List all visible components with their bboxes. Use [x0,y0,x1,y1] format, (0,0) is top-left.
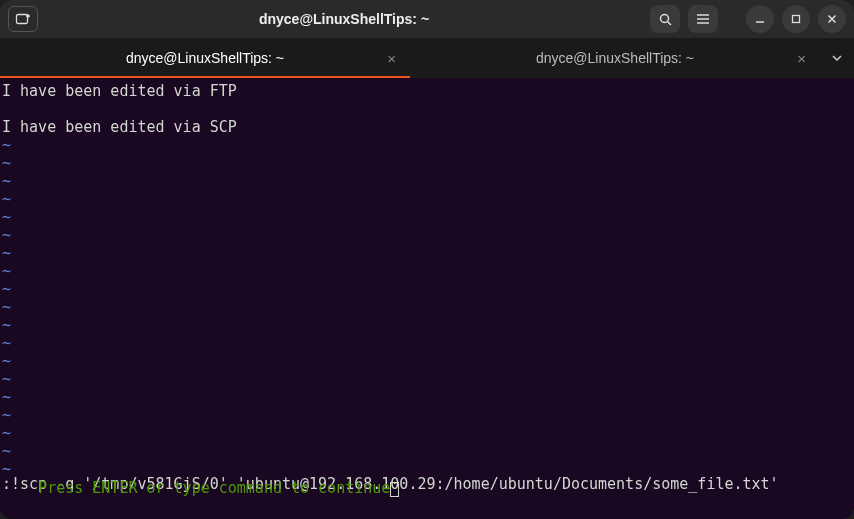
vim-empty-line-tilde: ~ [2,406,852,424]
tab-close-button[interactable]: × [797,51,806,66]
vim-empty-line-tilde: ~ [2,280,852,298]
terminal-viewport[interactable]: I have been edited via FTP I have been e… [0,78,854,519]
vim-empty-line-tilde: ~ [2,244,852,262]
vim-empty-line-tilde: ~ [2,136,852,154]
titlebar-left [8,6,38,32]
vim-status-line: Press ENTER or type command to continue [2,461,399,515]
vim-empty-line-tilde: ~ [2,298,852,316]
vim-empty-line-tilde: ~ [2,424,852,442]
terminal-content: I have been edited via FTP I have been e… [2,82,852,478]
svg-line-4 [667,21,671,25]
search-button[interactable] [650,5,680,33]
file-line [2,100,852,118]
vim-empty-line-tilde: ~ [2,172,852,190]
titlebar-right [650,5,846,33]
file-line: I have been edited via SCP [2,118,852,136]
vim-empty-line-tilde: ~ [2,334,852,352]
terminal-tab-1[interactable]: dnyce@LinuxShellTips: ~ × [0,38,410,78]
svg-rect-0 [17,15,28,24]
status-text: Press ENTER or type command to continue [38,479,390,497]
vim-empty-line-tilde: ~ [2,316,852,334]
vim-empty-line-tilde: ~ [2,226,852,244]
tab-label: dnyce@LinuxShellTips: ~ [126,50,284,66]
close-button[interactable] [818,5,846,33]
svg-rect-9 [793,16,800,23]
minimize-icon [754,13,766,25]
maximize-icon [790,13,802,25]
tab-bar: dnyce@LinuxShellTips: ~ × dnyce@LinuxShe… [0,38,854,78]
maximize-button[interactable] [782,5,810,33]
minimize-button[interactable] [746,5,774,33]
svg-point-3 [660,14,668,22]
tab-label: dnyce@LinuxShellTips: ~ [536,50,694,66]
search-icon [658,12,673,27]
new-tab-icon [15,12,31,26]
vim-empty-line-tilde: ~ [2,262,852,280]
vim-empty-line-tilde: ~ [2,154,852,172]
tab-close-button[interactable]: × [387,51,396,66]
vim-empty-line-tilde: ~ [2,442,852,460]
vim-empty-line-tilde: ~ [2,388,852,406]
vim-empty-line-tilde: ~ [2,352,852,370]
file-line: I have been edited via FTP [2,82,852,100]
vim-empty-line-tilde: ~ [2,208,852,226]
terminal-tab-2[interactable]: dnyce@LinuxShellTips: ~ × [410,38,820,78]
hamburger-icon [696,13,710,25]
vim-empty-line-tilde: ~ [2,190,852,208]
window-titlebar: dnyce@LinuxShellTips: ~ [0,0,854,38]
hamburger-menu-button[interactable] [688,5,718,33]
new-tab-button[interactable] [8,6,38,32]
close-icon [826,13,838,25]
chevron-down-icon [831,54,843,62]
vim-empty-line-tilde: ~ [2,370,852,388]
terminal-cursor [390,482,399,497]
tabs-dropdown-button[interactable] [820,38,854,78]
window-title: dnyce@LinuxShellTips: ~ [38,11,650,27]
